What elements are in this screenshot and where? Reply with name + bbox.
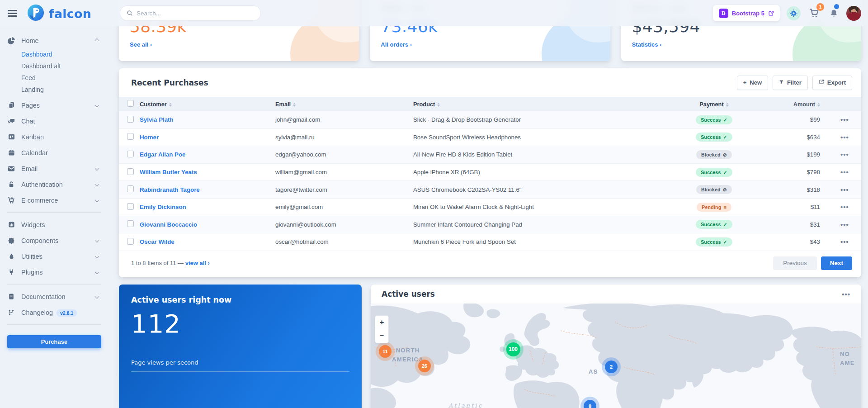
sidebar-item-plugins[interactable]: Plugins xyxy=(7,264,101,280)
chevron-down-icon xyxy=(95,270,99,275)
settings-button[interactable] xyxy=(787,6,801,20)
status-badge: Blocked⊘ xyxy=(696,185,732,194)
notifications-button[interactable] xyxy=(828,5,840,21)
map-label-atlantic: Atlantic xyxy=(448,401,483,408)
sidebar-item-utilities[interactable]: Utilities xyxy=(7,248,101,264)
column-header-amount[interactable]: Amount xyxy=(793,101,828,108)
status-badge: Blocked⊘ xyxy=(696,150,732,159)
row-actions-menu[interactable]: ••• xyxy=(840,186,849,194)
sidebar-item-ecommerce[interactable]: E commerce xyxy=(7,192,101,208)
droplet-icon xyxy=(7,253,15,260)
chart-widget-icon xyxy=(7,221,15,228)
row-actions-menu[interactable]: ••• xyxy=(840,116,849,123)
statistics-link[interactable]: Statistics › xyxy=(632,41,662,48)
all-orders-link[interactable]: All orders › xyxy=(381,41,412,48)
customer-link[interactable]: Emily Dickinson xyxy=(140,204,275,210)
zoom-in-button[interactable]: + xyxy=(375,316,388,329)
chevron-right-icon: › xyxy=(150,41,152,48)
row-checkbox[interactable] xyxy=(127,185,134,192)
select-all-checkbox[interactable] xyxy=(127,100,134,107)
see-all-link[interactable]: See all › xyxy=(130,41,152,48)
customer-link[interactable]: Giovanni Boccaccio xyxy=(140,221,275,228)
row-checkbox[interactable] xyxy=(127,133,134,140)
sidebar-item-changelog[interactable]: Changelogv2.8.1 xyxy=(7,304,101,320)
map-marker[interactable]: 100 xyxy=(506,342,520,356)
next-button[interactable]: Next xyxy=(821,256,852,270)
sidebar-item-dashboard[interactable]: Dashboard xyxy=(7,48,101,60)
customer-link[interactable]: Homer xyxy=(140,134,275,141)
sidebar-item-chat[interactable]: Chat xyxy=(7,113,101,129)
divider xyxy=(131,371,349,372)
falcon-logo-icon xyxy=(27,4,44,23)
row-actions-menu[interactable]: ••• xyxy=(840,168,849,176)
sidebar-item-feed[interactable]: Feed xyxy=(7,72,101,84)
search-box[interactable] xyxy=(120,5,261,21)
sidebar-item-dashboard-alt[interactable]: Dashboard alt xyxy=(7,60,101,72)
customer-link[interactable]: Sylvia Plath xyxy=(140,116,275,123)
row-actions-menu[interactable]: ••• xyxy=(840,151,849,158)
brand-logo[interactable]: falcon xyxy=(27,4,91,23)
sidebar-item-components[interactable]: Components xyxy=(7,232,101,248)
amount-cell: $318 xyxy=(807,186,828,193)
row-checkbox[interactable] xyxy=(127,203,134,210)
sidebar-item-home[interactable]: Home xyxy=(7,33,101,48)
sidebar-item-documentation[interactable]: Documentation xyxy=(7,289,101,304)
row-actions-menu[interactable]: ••• xyxy=(840,238,849,246)
chevron-up-icon xyxy=(95,38,99,43)
sidebar-item-kanban[interactable]: Kanban xyxy=(7,129,101,145)
customer-link[interactable]: Edgar Allan Poe xyxy=(140,151,275,158)
search-icon xyxy=(127,10,133,16)
map-area[interactable]: + − NORTHAMERICA AS NOAME Atlantic 11261… xyxy=(371,304,861,408)
row-checkbox[interactable] xyxy=(127,151,134,157)
sidebar-item-pages[interactable]: Pages xyxy=(7,97,101,113)
row-actions-menu[interactable]: ••• xyxy=(840,203,849,211)
chevron-down-icon xyxy=(95,182,99,187)
column-header-customer[interactable]: Customer xyxy=(140,101,275,108)
lock-icon xyxy=(7,181,15,188)
customer-link[interactable]: Rabindranath Tagore xyxy=(140,186,275,193)
purchase-button[interactable]: Purchase xyxy=(7,335,101,348)
filter-button[interactable]: Filter xyxy=(773,76,808,90)
amount-cell: $11 xyxy=(811,204,828,210)
row-actions-menu[interactable]: ••• xyxy=(840,133,849,141)
map-marker[interactable]: 11 xyxy=(379,345,392,358)
sidebar-item-widgets[interactable]: Widgets xyxy=(7,217,101,232)
zoom-out-button[interactable]: − xyxy=(375,329,388,343)
column-header-email[interactable]: Email xyxy=(275,101,413,108)
row-checkbox[interactable] xyxy=(127,116,134,123)
row-actions-menu[interactable]: ••• xyxy=(840,221,849,228)
export-button[interactable]: Export xyxy=(812,76,852,90)
cart-button[interactable]: 1 xyxy=(807,5,821,21)
check-icon: ✓ xyxy=(723,170,727,175)
card-menu-button[interactable]: ••• xyxy=(842,290,850,298)
map-marker[interactable]: 26 xyxy=(418,360,431,372)
sort-icon xyxy=(437,103,440,107)
hamburger-menu-button[interactable] xyxy=(8,10,17,18)
new-button[interactable]: +New xyxy=(737,76,768,90)
puzzle-icon xyxy=(7,237,15,244)
sidebar-item-landing[interactable]: Landing xyxy=(7,84,101,95)
recent-purchases-title: Recent Purchases xyxy=(131,78,208,87)
row-checkbox[interactable] xyxy=(127,168,134,175)
sidebar-item-calendar[interactable]: Calendar xyxy=(7,145,101,161)
product-cell: Slick - Drag & Drop Bootstrap Generator xyxy=(413,116,656,123)
search-input[interactable] xyxy=(137,10,254,17)
customer-link[interactable]: William Butler Yeats xyxy=(140,169,275,176)
user-avatar[interactable] xyxy=(846,6,861,21)
product-cell: ASUS Chromebook C202SA-YS02 11.6" xyxy=(413,186,656,193)
customer-link[interactable]: Oscar Wilde xyxy=(140,238,275,245)
sidebar-item-authentication[interactable]: Authentication xyxy=(7,176,101,192)
sidebar-item-email[interactable]: Email xyxy=(7,161,101,176)
column-header-payment[interactable]: Payment xyxy=(699,101,728,108)
email-cell: sylvia@mail.ru xyxy=(275,134,413,141)
bootstrap-version-badge[interactable]: B Bootstrap 5 xyxy=(713,5,780,21)
copy-icon xyxy=(7,102,15,109)
previous-button[interactable]: Previous xyxy=(773,256,817,270)
map-marker[interactable]: 2 xyxy=(605,361,618,373)
view-all-link[interactable]: view all › xyxy=(185,260,210,266)
row-checkbox[interactable] xyxy=(127,220,134,227)
column-header-product[interactable]: Product xyxy=(413,101,656,108)
table-body: Sylvia Plath john@gmail.com Slick - Drag… xyxy=(119,111,861,251)
divider xyxy=(7,324,101,325)
row-checkbox[interactable] xyxy=(127,238,134,245)
